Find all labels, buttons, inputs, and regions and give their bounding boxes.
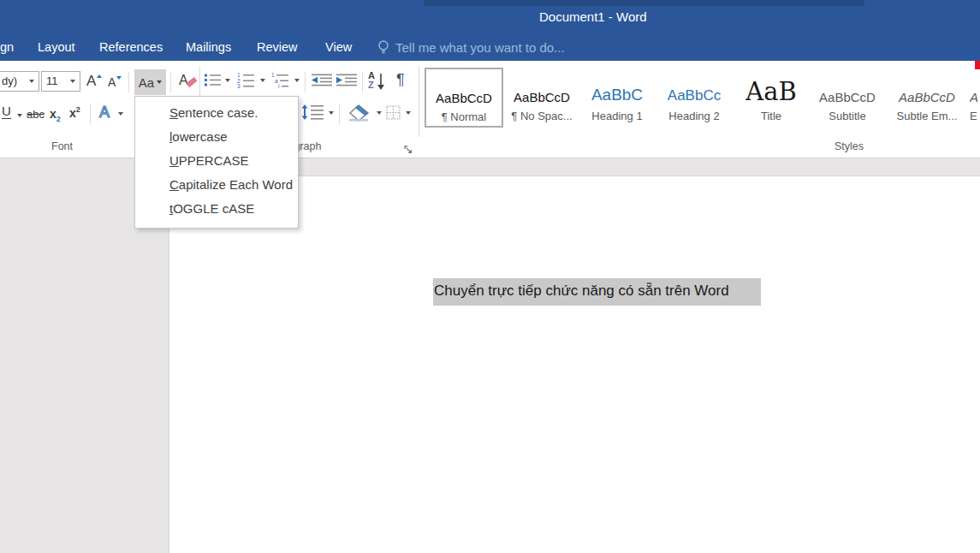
- group-divider: [419, 67, 419, 137]
- style-preview: AaBbCcD: [810, 68, 885, 106]
- menu-item-toggle-case[interactable]: tOGGLE cASE: [135, 197, 298, 221]
- style-preview: AaBbCcD: [426, 69, 502, 107]
- menu-item-sentence-case[interactable]: Sentence case.: [135, 101, 298, 125]
- divider: [362, 72, 363, 92]
- style-label: ¶ Normal: [426, 110, 502, 123]
- menu-item-uppercase[interactable]: UPPERCASE: [135, 149, 298, 173]
- pilcrow-button[interactable]: ¶: [396, 71, 405, 89]
- bullets-button[interactable]: [204, 73, 222, 91]
- style-label: ¶ No Spac...: [505, 110, 579, 122]
- style-emphasis-partial[interactable]: A E: [970, 68, 980, 125]
- font-size-combobox[interactable]: 11: [41, 71, 80, 92]
- underline-button[interactable]: U: [2, 104, 11, 119]
- line-spacing-button[interactable]: [301, 104, 324, 123]
- style-subtitle[interactable]: AaBbCcD Subtitle: [810, 68, 885, 125]
- tab-mailings[interactable]: Mailings: [186, 40, 231, 54]
- style-preview: AaB: [736, 68, 806, 106]
- style-preview: AaBbC: [583, 68, 651, 106]
- font-name-value: dy): [2, 74, 17, 87]
- font-size-value: 11: [46, 74, 58, 87]
- divider: [128, 72, 129, 92]
- menu-item-lowercase[interactable]: lowercase: [135, 125, 298, 149]
- style-subtle-emphasis[interactable]: AaBbCcD Subtle Em...: [888, 68, 965, 125]
- window-title: Document1 - Word: [539, 9, 647, 24]
- chevron-down-icon[interactable]: [29, 80, 34, 83]
- increase-indent-button[interactable]: [336, 74, 357, 90]
- chevron-down-icon[interactable]: [118, 112, 123, 116]
- text-effects-button[interactable]: A: [98, 103, 116, 125]
- svg-text:3: 3: [237, 83, 241, 88]
- divider: [305, 72, 306, 92]
- divider: [90, 104, 91, 124]
- paragraph-dialog-launcher-icon[interactable]: [404, 143, 413, 158]
- strikethrough-button[interactable]: abc: [27, 108, 45, 121]
- divider: [339, 104, 340, 124]
- title-bar-shade: [424, 0, 864, 6]
- style-label: Subtle Em...: [888, 110, 965, 122]
- word-window: Document1 - Word gn Layout References Ma…: [0, 0, 980, 553]
- svg-text:A: A: [99, 104, 110, 121]
- style-label: Heading 1: [583, 110, 651, 122]
- grow-font-button[interactable]: A: [86, 73, 101, 90]
- styles-group-label: Styles: [834, 140, 864, 152]
- divider: [170, 72, 171, 92]
- change-case-button[interactable]: Aa: [134, 69, 166, 95]
- style-label: Title: [736, 110, 806, 122]
- change-case-menu: Sentence case. lowercase UPPERCASE Capit…: [134, 96, 299, 229]
- style-preview: A: [970, 68, 980, 106]
- subscript-button[interactable]: x2: [50, 107, 61, 123]
- borders-button[interactable]: [386, 105, 401, 124]
- superscript-button[interactable]: x2: [69, 105, 80, 120]
- style-title[interactable]: AaB Title: [736, 68, 806, 125]
- style-label: Subtitle: [810, 110, 885, 122]
- chevron-down-icon[interactable]: [70, 80, 75, 83]
- style-label: Heading 2: [656, 110, 733, 122]
- chevron-down-icon[interactable]: [225, 79, 230, 82]
- menu-item-capitalize-each-word[interactable]: Capitalize Each Word: [135, 173, 298, 197]
- tell-me-box[interactable]: Tell me what you want to do...: [395, 40, 565, 55]
- document-text[interactable]: Chuyển trực tiếp chức năng có sẵn trên W…: [434, 282, 729, 300]
- style-preview: AaBbCcD: [505, 68, 579, 106]
- chevron-down-icon[interactable]: [377, 111, 382, 115]
- tab-review[interactable]: Review: [257, 40, 298, 54]
- font-group-label: Font: [51, 140, 73, 152]
- shading-button[interactable]: [347, 104, 371, 126]
- style-normal[interactable]: AaBbCcD ¶ Normal: [425, 68, 503, 128]
- chevron-down-icon[interactable]: [406, 111, 411, 115]
- tab-view[interactable]: View: [325, 40, 352, 54]
- svg-text:i: i: [278, 83, 279, 88]
- style-label: E: [970, 110, 980, 122]
- tab-layout[interactable]: Layout: [38, 40, 75, 54]
- tab-design-partial[interactable]: gn: [0, 40, 14, 54]
- numbering-button[interactable]: 123: [237, 72, 256, 92]
- decrease-indent-button[interactable]: [312, 74, 332, 90]
- clear-formatting-button[interactable]: A: [179, 73, 188, 88]
- multilevel-list-button[interactable]: 1ai: [271, 72, 292, 92]
- style-heading-2[interactable]: AaBbCc Heading 2: [656, 68, 733, 125]
- font-name-combobox[interactable]: dy): [0, 71, 39, 92]
- tab-references[interactable]: References: [99, 40, 163, 54]
- document-page[interactable]: [169, 175, 980, 553]
- style-heading-1[interactable]: AaBbC Heading 1: [583, 68, 651, 125]
- shrink-font-button[interactable]: A: [108, 75, 121, 89]
- style-no-spacing[interactable]: AaBbCcD ¶ No Spac...: [505, 68, 579, 125]
- style-preview: AaBbCcD: [888, 68, 965, 106]
- style-preview: AaBbCc: [656, 68, 733, 106]
- chevron-down-icon[interactable]: [17, 114, 22, 117]
- lightbulb-icon: [377, 39, 390, 58]
- chevron-down-icon[interactable]: [329, 111, 334, 115]
- red-edge-artifact: [975, 61, 980, 69]
- chevron-down-icon[interactable]: [260, 79, 265, 82]
- chevron-down-icon[interactable]: [294, 79, 300, 82]
